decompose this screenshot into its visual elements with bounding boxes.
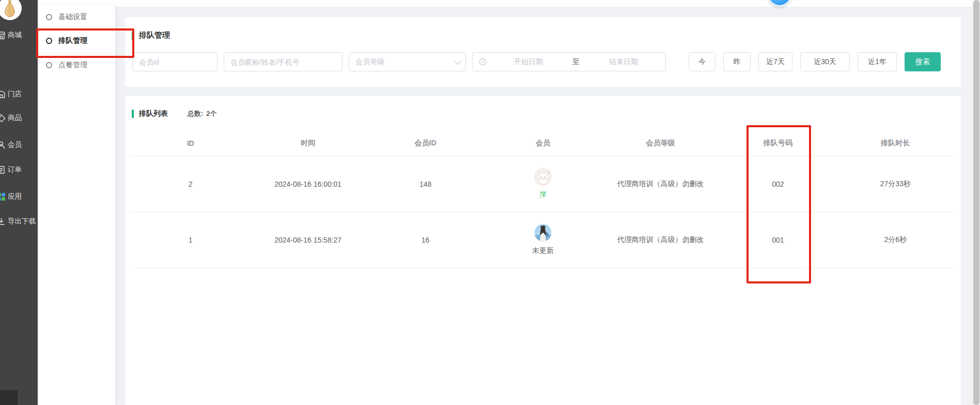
column-header-queue-duration: 排队时长 [837,139,954,148]
shop-icon [0,31,6,40]
filter-card: 排队管理 会员等级 开始日期 至 结束日期 今 昨 近7天 近30天 近1年 搜… [125,17,961,87]
seaside-photo-avatar [534,224,552,242]
table-row: 1 2024-08-16 15:58:27 16 [132,212,954,268]
sidebar-item-shop[interactable]: 商城 [0,30,22,40]
column-header-member: 会员 [484,139,601,148]
column-header-queue-number: 排队号码 [719,139,836,148]
total-label: 总数: [188,110,203,117]
quick-range-1year-button[interactable]: 近1年 [858,52,897,71]
sidebar-item-label: 商品 [8,113,22,123]
radio-circle-icon [46,14,52,20]
scrollbar-thumb[interactable] [973,0,979,405]
quick-range-30days-button[interactable]: 近30天 [800,52,850,71]
sidebar-collapse-block[interactable] [0,390,18,405]
total-value: 2个 [206,110,216,117]
chevron-down-icon [454,57,461,64]
select-placeholder: 会员等级 [355,57,454,67]
quick-range-yesterday-button[interactable]: 昨 [723,52,751,71]
quick-range-today-button[interactable]: 今 [689,52,715,71]
table-row: 2 2024-08-16 16:00:01 148 [132,156,954,212]
table-title: 排队列表 [139,109,168,118]
start-date-placeholder: 开始日期 [487,57,570,67]
sidebar-item-store[interactable]: 门店 [0,89,22,99]
cell-member-level: 代理商培训（高级）勿删改 [602,235,719,245]
member-name-input[interactable] [224,52,343,71]
title-green-bar [132,110,134,118]
cell-member: 未更新 [484,224,601,256]
member-avatar [534,224,552,242]
submenu-item-queue-management[interactable]: 排队管理 [38,29,115,54]
goods-icon [0,114,6,123]
sidebar-item-label: 订单 [8,165,22,174]
cell-queue-number: 002 [719,180,836,188]
sidebar-item-apps[interactable]: 应用 [0,191,22,202]
date-separator: 至 [570,57,582,67]
submenu-item-basic-settings[interactable]: 基础设置 [38,5,115,29]
top-header-band [38,0,980,7]
main-sidebar: 商城 门店 商品 会员 订单 [0,0,38,405]
submenu-item-label: 点餐管理 [58,61,87,70]
sidebar-item-label: 商城 [8,31,22,40]
store-icon [0,90,6,99]
cell-id: 2 [132,180,249,188]
cell-queue-duration: 27分33秒 [837,179,954,189]
member-avatar [534,168,552,186]
filter-row: 会员等级 开始日期 至 结束日期 今 昨 近7天 近30天 近1年 搜索 [132,52,961,71]
app-root: 商城 门店 商品 会员 订单 [0,0,980,405]
total-count: 总数:2个 [188,109,217,118]
submenu-item-label: 基础设置 [58,12,87,22]
cell-id: 1 [132,236,249,244]
cell-time: 2024-08-16 16:00:01 [249,180,366,188]
date-range-picker[interactable]: 开始日期 至 结束日期 [472,52,666,71]
member-name: 未更新 [532,246,554,256]
radio-circle-icon [46,62,52,68]
submenu-panel: 基础设置 排队管理 点餐管理 [38,5,115,405]
sidebar-item-export-download[interactable]: 导出下载 [0,216,36,227]
cell-time: 2024-08-16 15:58:27 [249,236,366,244]
sidebar-item-label: 导出下载 [8,217,36,226]
sidebar-item-label: 应用 [8,192,22,201]
cell-member: 萍 [484,168,601,200]
submenu-item-ordering-management[interactable]: 点餐管理 [38,53,115,78]
column-header-member-id: 会员ID [367,139,484,148]
title-green-bar [132,32,134,40]
app-logo[interactable] [0,0,22,20]
member-name: 萍 [539,190,547,200]
sidebar-item-order[interactable]: 订单 [0,164,22,175]
sidebar-item-label: 会员 [8,140,22,149]
cell-queue-duration: 2分6秒 [837,235,954,245]
column-header-time: 时间 [249,139,366,148]
table-header-row: ID 时间 会员ID 会员 会员等级 排队号码 排队时长 [132,130,954,156]
queue-list-card: 排队列表 总数:2个 ID 时间 会员ID 会员 会员等级 排队号码 排队时长 … [125,96,961,405]
cell-queue-number: 001 [719,236,836,244]
cartoon-cat-avatar [534,168,552,186]
cell-member-level: 代理商培训（高级）勿删改 [602,179,719,189]
apps-icon [0,192,6,201]
radio-circle-icon [46,38,52,44]
sidebar-item-member[interactable]: 会员 [0,140,22,150]
sidebar-item-goods[interactable]: 商品 [0,113,22,123]
member-icon [0,141,6,149]
column-header-id: ID [132,139,249,147]
column-header-member-level: 会员等级 [602,139,719,148]
queue-table: ID 时间 会员ID 会员 会员等级 排队号码 排队时长 2 2024-08-1… [132,130,954,268]
sidebar-item-label: 门店 [8,89,22,99]
clock-icon [479,58,487,66]
quick-range-7days-button[interactable]: 近7天 [758,52,792,71]
page-title: 排队管理 [139,31,170,40]
submenu-item-label: 排队管理 [58,36,87,46]
page-scrollbar [972,0,980,405]
cell-member-id: 148 [367,180,484,188]
member-id-input[interactable] [132,52,217,71]
search-button[interactable]: 搜索 [905,52,941,71]
perfume-bottle-icon [1,0,19,18]
order-icon [0,166,6,174]
member-level-select[interactable]: 会员等级 [349,52,466,71]
cell-member-id: 16 [367,236,484,244]
end-date-placeholder: 结束日期 [582,57,665,67]
export-download-icon [0,217,6,226]
